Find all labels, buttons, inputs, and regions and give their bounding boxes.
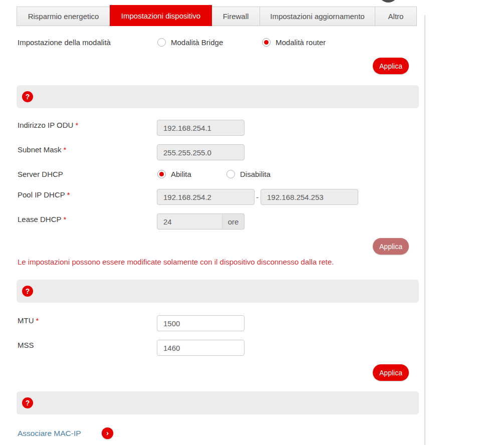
- lan-section-band: ?: [17, 85, 419, 108]
- dhcp-pool-end-input: [261, 189, 358, 205]
- odu-ip-required-mark: *: [75, 121, 78, 129]
- odu-ip-input: [157, 120, 245, 136]
- radio-dhcp-disabilita[interactable]: Disabilita: [226, 170, 271, 178]
- dhcp-pool-label: Pool IP DHCP*: [18, 190, 70, 199]
- radio-dhcp-abilita[interactable]: Abilita: [157, 170, 191, 178]
- mode-setting-label: Impostazione della modalità: [18, 38, 111, 47]
- tab-impostazioni-dispositivo[interactable]: Impostazioni dispositivo: [110, 5, 212, 26]
- mtu-label-text: MTU: [18, 316, 34, 325]
- mtu-input[interactable]: [157, 315, 245, 331]
- lan-warning-text: Le impostazioni possono essere modificat…: [18, 258, 334, 266]
- subnet-required-mark: *: [64, 145, 67, 154]
- dhcp-pool-label-text: Pool IP DHCP: [18, 190, 65, 199]
- radio-abilita-circle-icon[interactable]: [157, 170, 166, 178]
- apply-lan-button[interactable]: Applica: [373, 238, 409, 255]
- pool-required-mark: *: [67, 190, 70, 199]
- radio-disabilita-circle-icon[interactable]: [226, 170, 235, 178]
- lan-help-icon[interactable]: ?: [22, 91, 33, 102]
- mss-input[interactable]: [157, 340, 245, 356]
- settings-tabbar: Risparmio energetico Impostazioni dispos…: [17, 5, 419, 26]
- mac-section-band: ?: [17, 391, 419, 414]
- panel-right-divider: [424, 15, 425, 445]
- apply-mtu-button[interactable]: Applica: [373, 364, 409, 381]
- subnet-mask-input: [157, 144, 245, 160]
- subnet-mask-label: Subnet Mask*: [18, 145, 66, 154]
- subnet-mask-label-text: Subnet Mask: [18, 145, 62, 154]
- mtu-label: MTU*: [18, 316, 39, 325]
- radio-router-circle-icon[interactable]: [262, 38, 271, 47]
- tab-firewall[interactable]: Firewall: [211, 7, 260, 26]
- device-settings-page: Risparmio energetico Impostazioni dispos…: [0, 0, 478, 448]
- apply-mode-button[interactable]: Applica: [373, 58, 409, 74]
- radio-modalita-router[interactable]: Modalità router: [262, 38, 326, 47]
- mac-help-icon[interactable]: ?: [22, 397, 33, 408]
- radio-router-label: Modalità router: [276, 38, 326, 47]
- radio-disabilita-label: Disabilita: [240, 170, 271, 178]
- dhcp-lease-label: Lease DHCP*: [18, 215, 66, 223]
- cutoff-circle-decoration: [379, 0, 397, 3]
- tab-altro[interactable]: Altro: [375, 7, 417, 26]
- odu-ip-label-text: Indirizzo IP ODU: [18, 121, 73, 129]
- mtu-section-band: ?: [17, 280, 419, 303]
- lease-required-mark: *: [64, 215, 67, 223]
- radio-abilita-label: Abilita: [171, 170, 191, 178]
- dhcp-lease-label-text: Lease DHCP: [18, 215, 62, 223]
- lease-unit-addon: ore: [222, 213, 245, 230]
- radio-modalita-bridge[interactable]: Modalità Bridge: [157, 38, 223, 47]
- tab-impostazioni-aggiornamento[interactable]: Impostazioni aggiornamento: [260, 7, 375, 26]
- radio-bridge-label: Modalità Bridge: [171, 38, 223, 47]
- pool-range-separator: -: [256, 193, 259, 201]
- dhcp-lease-input: [157, 213, 222, 230]
- tab-risparmio-energetico[interactable]: Risparmio energetico: [17, 7, 110, 26]
- radio-bridge-circle-icon[interactable]: [157, 38, 166, 47]
- dhcp-server-label: Server DHCP: [18, 170, 63, 178]
- mtu-help-icon[interactable]: ?: [22, 286, 33, 297]
- odu-ip-label: Indirizzo IP ODU*: [18, 121, 78, 129]
- dhcp-pool-start-input: [157, 189, 255, 205]
- mss-label: MSS: [18, 341, 34, 349]
- mac-ip-expand-button[interactable]: ›: [102, 427, 113, 439]
- chevron-right-icon: ›: [106, 428, 109, 437]
- associare-mac-ip-link[interactable]: Associare MAC-IP: [18, 429, 81, 438]
- mtu-required-mark: *: [36, 316, 39, 325]
